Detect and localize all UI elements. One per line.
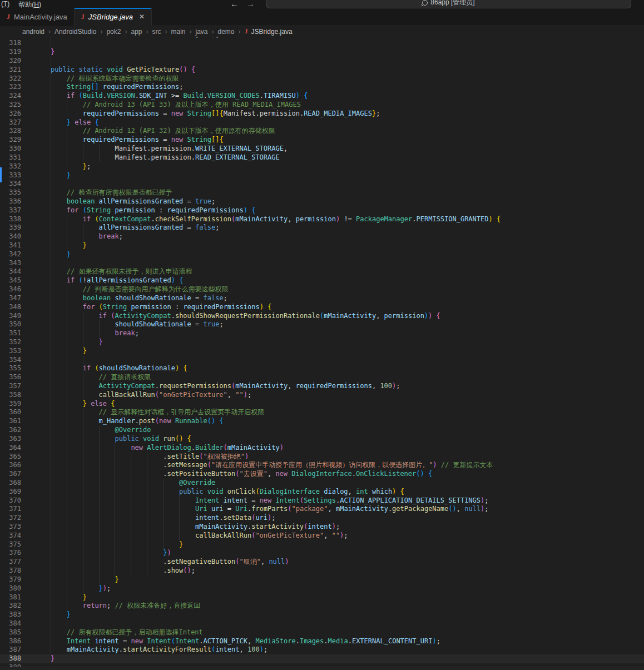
code-line-334[interactable]: 334 [0,180,644,188]
code-line-379[interactable]: 379 } [0,575,644,584]
code-line-366[interactable]: 366 .setMessage("请在应用设置中手动授予应用（照片和视频）访问权… [0,461,644,470]
tab-JSBridge.java[interactable]: JJSBridge.java✕ [75,8,152,26]
line-number: 379 [0,575,21,584]
code-line-326[interactable]: 326 requiredPermissions = new String[]{M… [0,110,644,118]
code-line-357[interactable]: 357 ActivityCompat.requestPermissions(mM… [0,382,644,391]
code-line-331[interactable]: 331 Manifest.permission.READ_EXTERNAL_ST… [0,153,644,162]
code-line-347[interactable]: 347 boolean shouldShowRationale = false; [0,294,644,303]
code-line-337[interactable]: 337 for (String permission : requiredPer… [0,206,644,215]
breadcrumb-item-android[interactable]: android [22,28,44,36]
code-line-367[interactable]: 367 .setPositiveButton("去设置", new Dialog… [0,470,644,479]
code-line-328[interactable]: 328 // Android 12 (API 32) 及以下版本，使用原有的存储… [0,127,644,136]
code-line-364[interactable]: 364 new AlertDialog.Builder(mMainActivit… [0,444,644,453]
code-line-385[interactable]: 385 // 所有权限都已授予，启动相册选择Intent [0,628,644,637]
code-line-340[interactable]: 340 break; [0,232,644,241]
code-line-383[interactable]: 383 } [0,611,644,619]
code-line-376[interactable]: 376 }) [0,549,644,558]
code-line-361[interactable]: 361 m_Handler.post(new Runnable() { [0,417,644,426]
code-line-388[interactable]: 388 } [0,654,644,663]
code-editor[interactable]: 317 callBackAllRun("onGetPicTexture", ""… [0,37,644,670]
code-line-378[interactable]: 378 .show(); [0,567,644,575]
code-line-354[interactable]: 354 [0,356,644,365]
code-line-353[interactable]: 353 } [0,347,644,356]
code-line-360[interactable]: 360 // 显示解释性对话框，引导用户去设置页手动开启权限 [0,408,644,417]
breadcrumb-item-src[interactable]: src [152,28,161,36]
indent-guide [83,232,83,241]
code-line-377[interactable]: 377 .setNegativeButton("取消", null) [0,558,644,567]
code-line-349[interactable]: 349 if (ActivityCompat.shouldShowRequest… [0,312,644,321]
code-line-325[interactable]: 325 // Android 13 (API 33) 及以上版本，使用 READ… [0,101,644,110]
code-line-321[interactable]: 321 public static void GetPicTexture() { [0,66,644,75]
menu-item-partial[interactable]: (T) [0,0,14,8]
breadcrumb-item-app[interactable]: app [131,28,142,36]
code-line-386[interactable]: 386 Intent intent = new Intent(Intent.AC… [0,637,644,646]
breadcrumb-item-pok2[interactable]: pok2 [106,28,121,36]
forward-arrow-icon[interactable]: → [246,0,255,8]
code-line-343[interactable]: 343 [0,259,644,268]
code-line-382[interactable]: 382 return; // 权限未准备好，直接返回 [0,602,644,611]
code-line-380[interactable]: 380 }); [0,584,644,593]
code-line-370[interactable]: 370 Intent intent = new Intent(Settings.… [0,497,644,505]
indent-guide [51,435,51,444]
code-line-387[interactable]: 387 mMainActivity.startActivityForResult… [0,646,644,654]
code-line-368[interactable]: 368 @Override [0,479,644,488]
code-line-336[interactable]: 336 boolean allPermissionsGranted = true… [0,197,644,206]
code-line-381[interactable]: 381 } [0,593,644,602]
code-line-335[interactable]: 335 // 检查所有所需权限是否都已授予 [0,188,644,197]
code-line-341[interactable]: 341 } [0,241,644,250]
code-line-369[interactable]: 369 public void onClick(DialogInterface … [0,488,644,497]
code-line-363[interactable]: 363 public void run() { [0,435,644,444]
code-line-356[interactable]: 356 // 直接请求权限 [0,373,644,382]
breadcrumb-item-AndroidStudio[interactable]: AndroidStudio [55,28,96,36]
breadcrumb-file-label: JSBridge.java [251,28,293,36]
code-line-322[interactable]: 322 // 根据系统版本确定需要检查的权限 [0,75,644,83]
code-line-355[interactable]: 355 if (shouldShowRationale) { [0,364,644,373]
command-center-search[interactable]: 86app [管理员] [266,0,631,8]
breadcrumb-item-main[interactable]: main [171,28,185,36]
code-line-365[interactable]: 365 .setTitle("权限被拒绝") [0,453,644,461]
code-line-358[interactable]: 358 callBackAllRun("onGetPicTexture", ""… [0,391,644,400]
tab-MainActivity.java[interactable]: JMainActivity.java [0,8,75,26]
code-line-324[interactable]: 324 if (Build.VERSION.SDK_INT >= Build.V… [0,92,644,101]
code-text: // 直接请求权限 [21,373,151,382]
code-line-362[interactable]: 362 @Override [0,426,644,435]
code-line-345[interactable]: 345 if (!allPermissionsGranted) { [0,276,644,285]
code-line-384[interactable]: 384 [0,619,644,628]
breadcrumb-item-demo[interactable]: demo [218,28,235,36]
code-line-323[interactable]: 323 String[] requiredPermissions; [0,83,644,92]
code-line-372[interactable]: 372 intent.setData(uri); [0,514,644,523]
code-line-318[interactable]: 318 [0,39,644,48]
code-line-374[interactable]: 374 callBackAllRun("onGetPicTexture", ""… [0,532,644,540]
code-line-320[interactable]: 320 [0,57,644,66]
code-line-371[interactable]: 371 Uri uri = Uri.fromParts("package", m… [0,505,644,514]
line-number: 385 [0,628,21,637]
code-text [21,180,34,188]
code-line-329[interactable]: 329 requiredPermissions = new String[]{ [0,136,644,145]
menu-item-help[interactable]: 帮助(H) [14,0,46,9]
breadcrumb-item-java[interactable]: java [196,28,208,36]
code-line-330[interactable]: 330 Manifest.permission.WRITE_EXTERNAL_S… [0,145,644,153]
code-line-338[interactable]: 338 if (ContextCompat.checkSelfPermissio… [0,215,644,224]
code-line-359[interactable]: 359 } else { [0,400,644,409]
code-line-319[interactable]: 319 } [0,48,644,57]
code-line-332[interactable]: 332 }; [0,162,644,171]
breadcrumb-item-file[interactable]: JJSBridge.java [245,27,293,36]
back-arrow-icon[interactable]: ← [230,0,239,8]
code-line-352[interactable]: 352 } [0,338,644,347]
close-tab-icon[interactable]: ✕ [139,13,145,21]
code-line-375[interactable]: 375 } [0,540,644,549]
code-line-342[interactable]: 342 } [0,250,644,259]
indent-guide [67,584,67,593]
code-line-339[interactable]: 339 allPermissionsGranted = false; [0,224,644,232]
code-line-346[interactable]: 346 // 判断是否需要向用户解释为什么需要这些权限 [0,285,644,294]
code-line-373[interactable]: 373 mMainActivity.startActivity(intent); [0,523,644,532]
code-line-344[interactable]: 344 // 如果还有权限未授予，则进入申请流程 [0,267,644,276]
indent-guide [51,646,51,654]
code-line-348[interactable]: 348 for (String permission : requiredPer… [0,303,644,312]
indent-guide [83,338,83,347]
code-line-333[interactable]: 333 } [0,171,644,180]
code-line-351[interactable]: 351 break; [0,329,644,338]
code-line-327[interactable]: 327 } else { [0,118,644,127]
code-line-350[interactable]: 350 shouldShowRationale = true; [0,320,644,329]
code-text: Intent intent = new Intent(Intent.ACTION… [21,637,440,646]
